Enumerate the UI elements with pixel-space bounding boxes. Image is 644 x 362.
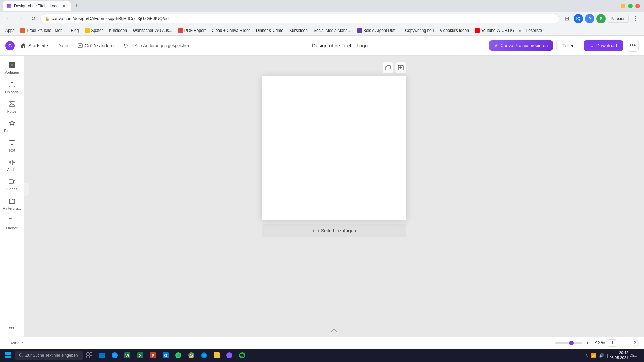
add-page-button[interactable]: + + Seite hinzufügen — [262, 224, 406, 237]
zoom-in-button[interactable]: + — [586, 340, 589, 346]
bookmark-wahlfaecher[interactable]: Wahlfächer WU Aus... — [130, 27, 175, 34]
taskbar-spotify[interactable] — [236, 349, 248, 361]
taskbar-chrome[interactable] — [185, 349, 197, 361]
zoom-slider[interactable] — [555, 342, 582, 344]
taskbar-browser[interactable] — [109, 349, 121, 361]
bookmark-spaeter[interactable]: Später — [82, 27, 105, 34]
forward-button[interactable]: → — [16, 14, 25, 23]
svg-rect-6 — [12, 65, 15, 68]
sidebar-item-ordner[interactable]: Ordner — [2, 214, 22, 233]
network-icon[interactable]: 📶 — [591, 353, 596, 358]
taskbar-search[interactable]: Zur Suche Text hier eingeben — [15, 351, 83, 360]
taskbar-file-explorer[interactable] — [96, 349, 108, 361]
sidebar-item-videos[interactable]: Videos — [2, 175, 22, 194]
taskbar-outlook[interactable]: O — [160, 349, 172, 361]
profile-icon[interactable]: IQ — [574, 14, 583, 23]
help-button[interactable]: ? — [631, 339, 639, 347]
file-button[interactable]: Datei — [54, 41, 72, 50]
design-title[interactable]: Design ohne Titel – Logo — [195, 43, 485, 48]
sidebar-more-button[interactable]: ••• — [2, 322, 22, 334]
scroll-up-indicator[interactable] — [331, 328, 337, 334]
share-button[interactable]: Teilen — [556, 40, 580, 51]
sidebar-item-fotos[interactable]: Fotos — [2, 97, 22, 116]
bookmark-label: Dinner & Crime — [256, 28, 283, 33]
sidebar-collapse-button[interactable]: ‹ — [24, 183, 29, 196]
spotify-icon — [238, 352, 246, 359]
bookmark-leseliste[interactable]: Leseliste — [524, 27, 545, 34]
bottom-bar: Hinweise − + 92 % 1 ? — [0, 337, 644, 349]
account-icon[interactable]: P — [596, 14, 606, 23]
back-button[interactable]: ← — [4, 14, 13, 23]
sidebar-item-vorlagen[interactable]: Vorlagen — [2, 58, 22, 77]
bookmark-produktsuche[interactable]: Produktsuche - Mer... — [18, 27, 67, 34]
bookmark-pdf[interactable]: PDF Report — [176, 27, 208, 34]
fullscreen-button[interactable] — [620, 339, 628, 347]
canvas-page[interactable] — [262, 76, 406, 220]
sidebar-item-text[interactable]: Text — [2, 136, 22, 155]
zoom-out-button[interactable]: − — [549, 340, 552, 346]
taskbar-app5[interactable]: P — [147, 349, 159, 361]
bookmarks-more-icon[interactable]: » — [518, 27, 523, 34]
taskbar-app9[interactable] — [223, 349, 235, 361]
taskbar-app4[interactable]: X — [134, 349, 146, 361]
undo-button[interactable] — [120, 41, 132, 50]
bookmark-kursideen[interactable]: Kursideen — [106, 27, 130, 34]
pause-button[interactable]: Pausiert — [608, 15, 629, 23]
volume-icon[interactable]: 🔊 — [599, 353, 604, 358]
bookmark-apps[interactable]: Apps — [3, 27, 17, 34]
download-icon — [590, 43, 594, 48]
reload-button[interactable]: ↻ — [28, 14, 38, 23]
more-options-button[interactable]: ••• — [627, 40, 639, 52]
bookmark-videokurs[interactable]: Videokurs Ideen — [437, 27, 472, 34]
svg-rect-16 — [8, 356, 11, 358]
question-mark-icon: ? — [633, 340, 636, 345]
resize-button[interactable]: Größe ändern — [74, 41, 117, 50]
clock-date: 05.05.2021 — [610, 355, 628, 360]
notification-area[interactable] — [639, 350, 640, 360]
menu-icon[interactable]: ⋮ — [631, 14, 640, 23]
canva-logo-icon: C — [5, 41, 15, 50]
extensions-icon[interactable]: ⊞ — [562, 14, 572, 23]
chevron-up-icon[interactable]: ∧ — [585, 353, 588, 358]
new-tab-button[interactable]: + — [72, 1, 82, 11]
bookmark-copywriting[interactable]: Copywriting neu — [402, 27, 436, 34]
sidebar-item-elemente[interactable]: Elemente — [2, 117, 22, 135]
window-minimize[interactable] — [621, 4, 625, 8]
bookmark-social[interactable]: Social Media Mana... — [311, 27, 354, 34]
taskbar-task-view[interactable] — [83, 349, 95, 361]
svg-point-37 — [190, 354, 192, 356]
bookmark-kursideen2[interactable]: Kursideen — [287, 27, 310, 34]
taskbar-app8[interactable] — [211, 349, 223, 361]
sync-icon[interactable]: P — [585, 14, 594, 23]
window-close[interactable] — [635, 4, 640, 8]
bookmark-dinner[interactable]: Dinner & Crime — [253, 27, 286, 34]
green-app-icon — [175, 352, 182, 359]
add-page-icon-button[interactable] — [395, 62, 406, 73]
sidebar-item-uploads[interactable]: Uploads — [2, 78, 22, 97]
svg-rect-39 — [214, 352, 220, 358]
taskbar-app3[interactable]: W — [121, 349, 133, 361]
start-button[interactable] — [1, 349, 15, 361]
taskbar-clock[interactable]: 20:42 05.05.2021 — [610, 350, 628, 361]
bookmark-canva[interactable]: Cload + Canva Bilder — [209, 27, 253, 34]
taskbar-app7[interactable] — [172, 349, 184, 361]
bookmark-youtube[interactable]: Youtube WICHTIG — [472, 27, 517, 34]
window-maximize[interactable] — [628, 4, 633, 8]
duplicate-page-button[interactable] — [383, 62, 393, 73]
download-button[interactable]: Download — [584, 40, 623, 51]
pro-star-icon: ★ — [494, 43, 498, 48]
browser-tab-active[interactable]: Design ohne Titel – Logo × — [3, 1, 71, 11]
sidebar-item-audio[interactable]: Audio — [2, 156, 22, 174]
pro-button[interactable]: ★ Canva Pro ausprobieren — [489, 40, 553, 51]
taskbar-edge[interactable] — [198, 349, 210, 361]
canvas-area[interactable]: + + Seite hinzufügen — [24, 56, 644, 337]
address-bar[interactable]: 🔒 canva.com/design/DAEdomzsqj/drBfjHdCoj… — [40, 14, 559, 23]
bookmark-label: Kursideen — [289, 28, 308, 33]
home-button[interactable]: Startseite — [17, 41, 51, 50]
bookmark-bois[interactable]: Bois d'Argent Duft... — [355, 27, 401, 34]
bookmark-blog[interactable]: Blog — [68, 27, 82, 34]
sidebar-item-hintergrund[interactable]: Hintergru... — [2, 194, 22, 213]
svg-point-8 — [10, 103, 11, 104]
tab-close-icon[interactable]: × — [61, 3, 67, 9]
main-content: Vorlagen Uploads — [0, 56, 644, 337]
